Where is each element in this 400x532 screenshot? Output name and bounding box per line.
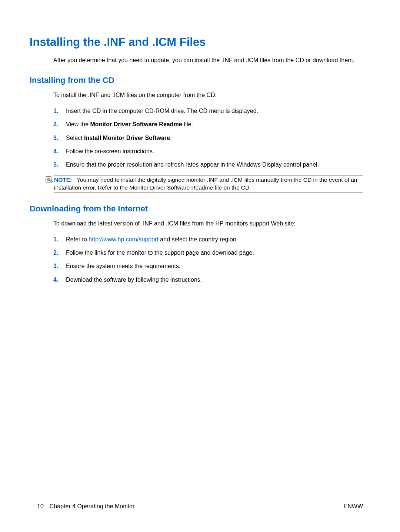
list-content: Ensure the system meets the requirements… (66, 262, 363, 270)
list-content: Ensure that the proper resolution and re… (66, 161, 363, 169)
list-item: 3. Select Install Monitor Driver Softwar… (53, 134, 363, 142)
support-link[interactable]: http://www.hp.com/support (89, 236, 159, 242)
section1-intro: To install the .INF and .ICM files on th… (53, 91, 363, 99)
footer-left: 10 Chapter 4 Operating the Monitor (37, 503, 134, 510)
note-content: NOTE: You may need to install the digita… (54, 175, 363, 193)
note-label: NOTE: (54, 177, 72, 183)
chapter-label: Chapter 4 Operating the Monitor (50, 503, 134, 510)
footer-right: ENWW (344, 503, 363, 510)
list-number: 4. (53, 147, 66, 155)
list-number: 1. (53, 235, 66, 244)
list-number: 1. (53, 107, 66, 115)
list-item: 4. Follow the on-screen instructions. (53, 147, 363, 155)
list-content: Follow the links for the monitor to the … (66, 249, 363, 257)
list-item: 3. Ensure the system meets the requireme… (53, 262, 363, 270)
list-number: 3. (53, 262, 66, 270)
list-item: 2. View the Monitor Driver Software Read… (53, 120, 363, 128)
section2-list: 1. Refer to http://www.hp.com/support an… (53, 235, 363, 284)
note-icon (45, 175, 53, 183)
list-content: Download the software by following the i… (66, 276, 363, 284)
list-number: 3. (53, 134, 66, 142)
list-item: 1. Refer to http://www.hp.com/support an… (53, 235, 363, 244)
list-item: 4. Download the software by following th… (53, 276, 363, 284)
section1-list: 1. Insert the CD in the computer CD-ROM … (53, 107, 363, 169)
list-content: Refer to http://www.hp.com/support and s… (66, 235, 363, 244)
list-content: View the Monitor Driver Software Readme … (66, 120, 363, 128)
intro-text: After you determine that you need to upd… (53, 56, 363, 64)
list-item: 1. Insert the CD in the computer CD-ROM … (53, 107, 363, 115)
main-heading: Installing the .INF and .ICM Files (30, 36, 363, 49)
section2-intro: To download the latest version of .INF a… (53, 220, 363, 228)
section1-heading: Installing from the CD (30, 76, 363, 85)
list-content: Select Install Monitor Driver Software. (66, 134, 363, 142)
page-footer: 10 Chapter 4 Operating the Monitor ENWW (37, 503, 363, 510)
section2-heading: Downloading from the Internet (30, 204, 363, 214)
list-number: 4. (53, 276, 66, 284)
note-block: NOTE: You may need to install the digita… (45, 174, 363, 193)
list-number: 2. (53, 120, 66, 128)
list-content: Follow the on-screen instructions. (66, 147, 363, 155)
list-content: Insert the CD in the computer CD-ROM dri… (66, 107, 363, 115)
page-number: 10 (37, 503, 44, 510)
list-number: 2. (53, 249, 66, 257)
list-item: 2. Follow the links for the monitor to t… (53, 249, 363, 257)
list-number: 5. (53, 161, 66, 169)
list-item: 5. Ensure that the proper resolution and… (53, 161, 363, 169)
